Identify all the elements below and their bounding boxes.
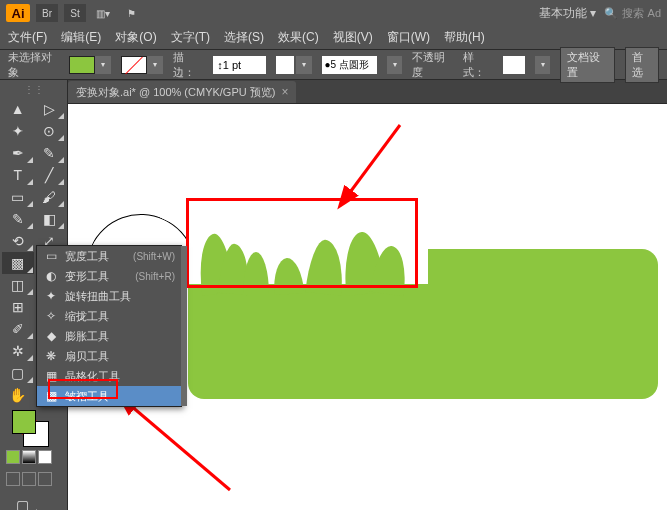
opacity-label: 不透明度: [412, 50, 453, 80]
brush-dropdown[interactable]: ▾: [296, 56, 312, 74]
close-icon[interactable]: ×: [281, 85, 288, 99]
artwork-grass: [198, 224, 408, 294]
shape-builder-tool[interactable]: ◫: [2, 274, 34, 296]
profile-select[interactable]: ● 5 点圆形: [322, 56, 378, 74]
menu-window[interactable]: 窗口(W): [387, 29, 430, 46]
stroke-dropdown[interactable]: ▾: [147, 56, 163, 74]
menu-view[interactable]: 视图(V): [333, 29, 373, 46]
selection-tool[interactable]: ▲: [2, 98, 34, 120]
color-panel: ▢: [2, 406, 65, 510]
profile-dropdown[interactable]: ▾: [387, 56, 402, 74]
app-logo[interactable]: Ai: [6, 4, 30, 22]
paintbrush-tool[interactable]: 🖌: [34, 186, 66, 208]
flyout-scallop-tool[interactable]: ❋扇贝工具: [37, 346, 181, 366]
flyout-warp-tool[interactable]: ◐变形工具(Shift+R): [37, 266, 181, 286]
style-box[interactable]: [503, 56, 525, 74]
bloat-tool-icon: ◆: [43, 329, 59, 343]
top-bar: Ai Br St ▥▾ ⚑ 基本功能 ▾ 🔍 搜索 Ad: [0, 0, 667, 26]
flyout-tearoff-grip[interactable]: [181, 246, 187, 406]
preferences-button[interactable]: 首选: [625, 47, 659, 83]
pen-tool[interactable]: ✒: [2, 142, 34, 164]
artboard-tool[interactable]: ▢: [2, 362, 34, 384]
gradient-mode[interactable]: [22, 450, 36, 464]
menu-select[interactable]: 选择(S): [224, 29, 264, 46]
menu-type[interactable]: 文字(T): [171, 29, 210, 46]
menu-effect[interactable]: 效果(C): [278, 29, 319, 46]
pucker-tool-icon: ✧: [43, 309, 59, 323]
wrinkle-tool-icon: ▩: [43, 389, 59, 403]
warp-tool-icon: ◐: [43, 269, 59, 283]
search-input[interactable]: 🔍 搜索 Ad: [604, 6, 661, 21]
gpu-icon[interactable]: ⚑: [120, 4, 142, 22]
lasso-tool[interactable]: ⊙: [34, 120, 66, 142]
rectangle-tool[interactable]: ▭: [2, 186, 34, 208]
topbar-left: Ai Br St ▥▾ ⚑: [6, 4, 142, 22]
flyout-crystallize-tool[interactable]: ▦晶格化工具: [37, 366, 181, 386]
style-dropdown[interactable]: ▾: [535, 56, 550, 74]
flyout-width-tool[interactable]: ▭宽度工具(Shift+W): [37, 246, 181, 266]
screen-mode[interactable]: ▢: [6, 494, 38, 510]
symbol-sprayer-tool[interactable]: ✲: [2, 340, 34, 362]
stroke-label: 描边：: [173, 50, 203, 80]
magic-wand-tool[interactable]: ✦: [2, 120, 34, 142]
width-tool[interactable]: ▩: [2, 252, 34, 274]
stroke-swatch[interactable]: [121, 56, 147, 74]
bridge-icon[interactable]: Br: [36, 4, 58, 22]
draw-normal[interactable]: [6, 472, 20, 486]
flyout-twirl-tool[interactable]: ✦旋转扭曲工具: [37, 286, 181, 306]
mesh-tool[interactable]: ⊞: [2, 296, 34, 318]
document-tab[interactable]: 变换对象.ai* @ 100% (CMYK/GPU 预览) ×: [68, 81, 296, 103]
menu-file[interactable]: 文件(F): [8, 29, 47, 46]
flyout-wrinkle-tool[interactable]: ▩皱褶工具: [37, 386, 181, 406]
crystallize-tool-icon: ▦: [43, 369, 59, 383]
fill-stroke-selector[interactable]: [12, 410, 48, 446]
shaper-tool[interactable]: ✎: [2, 208, 34, 230]
hand-tool[interactable]: ✋: [2, 384, 34, 406]
scallop-tool-icon: ❋: [43, 349, 59, 363]
width-tool-icon: ▭: [43, 249, 59, 263]
eraser-tool[interactable]: ◧: [34, 208, 66, 230]
rotate-tool[interactable]: ⟲: [2, 230, 34, 252]
draw-inside[interactable]: [38, 472, 52, 486]
twirl-tool-icon: ✦: [43, 289, 59, 303]
menu-edit[interactable]: 编辑(E): [61, 29, 101, 46]
direct-selection-tool[interactable]: ▷: [34, 98, 66, 120]
tab-title: 变换对象.ai* @ 100% (CMYK/GPU 预览): [76, 85, 275, 100]
document-setup-button[interactable]: 文档设置: [560, 47, 615, 83]
flyout-pucker-tool[interactable]: ✧缩拢工具: [37, 306, 181, 326]
fill-swatch[interactable]: [69, 56, 95, 74]
workspace-switcher[interactable]: 基本功能 ▾: [539, 5, 596, 22]
none-mode[interactable]: [38, 450, 52, 464]
fill-indicator[interactable]: [12, 410, 36, 434]
color-mode[interactable]: [6, 450, 20, 464]
stock-icon[interactable]: St: [64, 4, 86, 22]
type-tool[interactable]: T: [2, 164, 34, 186]
control-bar: 未选择对象 ▾ ▾ 描边： ↕ 1 pt ▾ ● 5 点圆形 ▾ 不透明度 样式…: [0, 50, 667, 80]
arrange-docs-icon[interactable]: ▥▾: [92, 4, 114, 22]
eyedropper-tool[interactable]: ✐: [2, 318, 34, 340]
menu-object[interactable]: 对象(O): [115, 29, 156, 46]
selection-status: 未选择对象: [8, 50, 59, 80]
stroke-weight-input[interactable]: ↕ 1 pt: [213, 56, 265, 74]
line-tool[interactable]: ╱: [34, 164, 66, 186]
menu-help[interactable]: 帮助(H): [444, 29, 485, 46]
curvature-tool[interactable]: ✎: [34, 142, 66, 164]
flyout-bloat-tool[interactable]: ◆膨胀工具: [37, 326, 181, 346]
fill-dropdown[interactable]: ▾: [95, 56, 111, 74]
tab-bar: 变换对象.ai* @ 100% (CMYK/GPU 预览) ×: [0, 80, 667, 104]
topbar-right: 基本功能 ▾ 🔍 搜索 Ad: [539, 5, 661, 22]
tool-flyout-menu: ▭宽度工具(Shift+W) ◐变形工具(Shift+R) ✦旋转扭曲工具 ✧缩…: [36, 245, 182, 407]
draw-behind[interactable]: [22, 472, 36, 486]
style-label: 样式：: [463, 50, 493, 80]
